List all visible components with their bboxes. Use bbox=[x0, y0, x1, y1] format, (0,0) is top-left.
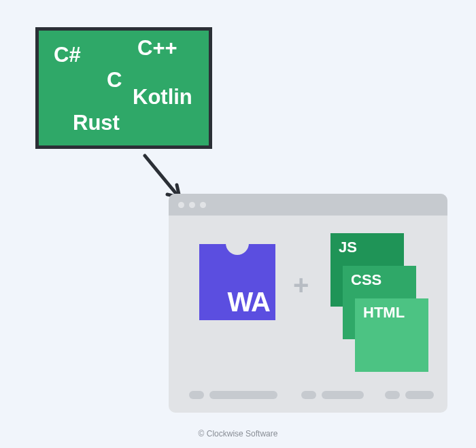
placeholder-pill bbox=[322, 391, 364, 399]
languages-box: C# C++ C Kotlin Rust bbox=[35, 27, 212, 149]
placeholder-pill bbox=[385, 391, 400, 399]
lang-cpp: C++ bbox=[137, 36, 177, 61]
browser-body: WA + JS CSS HTML bbox=[169, 216, 447, 413]
wa-notch bbox=[226, 243, 249, 255]
lang-csharp: C# bbox=[54, 43, 81, 67]
lang-rust: Rust bbox=[73, 111, 120, 135]
placeholder-pill bbox=[301, 391, 316, 399]
lang-c: C bbox=[107, 68, 122, 92]
browser-titlebar bbox=[169, 194, 447, 216]
window-dot bbox=[200, 202, 206, 208]
placeholder-pill bbox=[405, 391, 434, 399]
attribution: © Clockwise Software bbox=[0, 429, 476, 438]
webassembly-logo: WA bbox=[199, 244, 275, 320]
browser-window: WA + JS CSS HTML bbox=[169, 194, 447, 413]
plus-icon: + bbox=[293, 270, 309, 300]
tech-label: HTML bbox=[363, 304, 405, 321]
placeholder-pill bbox=[189, 391, 204, 399]
window-dot bbox=[189, 202, 195, 208]
window-dot bbox=[178, 202, 184, 208]
tech-card-html: HTML bbox=[355, 298, 428, 372]
placeholder-pill bbox=[209, 391, 277, 399]
tech-label: CSS bbox=[351, 271, 381, 288]
lang-kotlin: Kotlin bbox=[133, 85, 192, 109]
tech-label: JS bbox=[339, 239, 357, 256]
wa-label: WA bbox=[228, 287, 270, 317]
